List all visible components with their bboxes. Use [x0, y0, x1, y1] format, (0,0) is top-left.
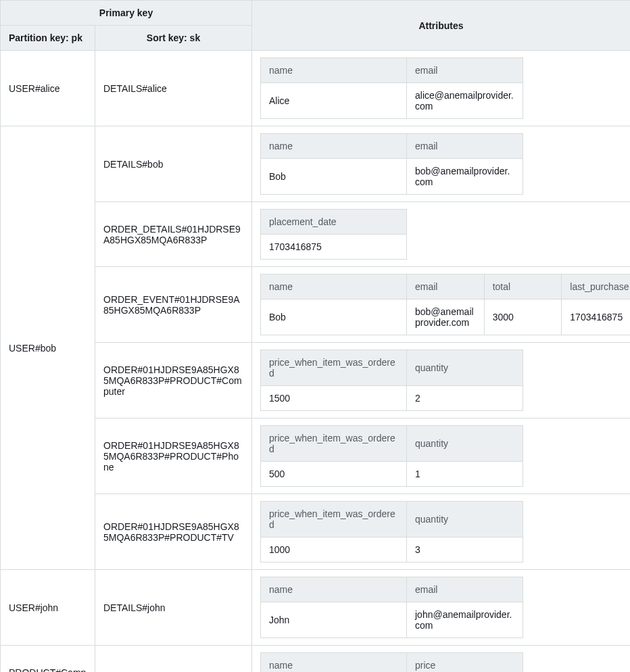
attr-value: 2 [407, 386, 523, 411]
table-body: USER#aliceDETAILS#alicenameemailAliceali… [1, 51, 631, 673]
attr-blank [523, 653, 631, 673]
sort-key-cell: DETAILS#alice [95, 51, 252, 126]
table-row: ORDER#01HJDRSE9A85HGX85MQA6R833P#PRODUCT… [1, 418, 631, 494]
partition-key-cell: PRODUCT#Computer [1, 646, 95, 673]
table-row: ORDER#01HJDRSE9A85HGX85MQA6R833P#PRODUCT… [1, 494, 631, 570]
table-row: USER#aliceDETAILS#alicenameemailAliceali… [1, 51, 631, 126]
attributes-cell: nameemailBobbob@anemailprovider.com [252, 126, 631, 202]
attr-blank [523, 502, 631, 537]
attr-value: 1000 [261, 537, 407, 562]
attr-value: Bob [261, 299, 407, 335]
attr-value: Bob [261, 159, 407, 195]
attr-label: price_when_item_was_ordered [261, 502, 407, 537]
attr-blank [523, 577, 631, 602]
attr-blank [523, 83, 631, 119]
table-row: ORDER_DETAILS#01HJDRSE9A85HGX85MQA6R833P… [1, 202, 631, 267]
attr-label: name [261, 653, 407, 673]
attr-value: bob@anemailprovider.com [407, 299, 485, 335]
attr-blank [523, 134, 631, 159]
attr-label: placement_date [261, 210, 407, 235]
sort-key-cell: ORDER_DETAILS#01HJDRSE9A85HGX85MQA6R833P [95, 202, 252, 267]
primary-key-header: Primary key [1, 1, 252, 26]
attributes-cell: placement_date1703416875 [252, 202, 631, 267]
attr-blank [523, 602, 631, 638]
partition-key-cell: USER#john [1, 570, 95, 646]
attr-label: price [407, 653, 523, 673]
attr-blank [523, 210, 631, 235]
attr-value: John [261, 602, 407, 638]
attr-value: 1 [407, 462, 523, 487]
attr-label: name [261, 274, 407, 299]
attr-blank [523, 235, 631, 260]
sort-key-cell: DETAILS#john [95, 570, 252, 646]
attr-value: 3 [407, 537, 523, 562]
attributes-cell: nameemailtotallast_purchaseBobbob@anemai… [252, 267, 631, 343]
attr-label: name [261, 134, 407, 159]
table-row: USER#johnDETAILS#johnnameemailJohnjohn@a… [1, 570, 631, 646]
partition-key-cell: USER#bob [1, 126, 95, 570]
attr-label: email [407, 58, 523, 83]
table-row: ORDER_EVENT#01HJDRSE9A85HGX85MQA6R833Pna… [1, 267, 631, 343]
sort-key-cell: ORDER_EVENT#01HJDRSE9A85HGX85MQA6R833P [95, 267, 252, 343]
attr-blank [523, 426, 631, 462]
attr-label: email [407, 134, 523, 159]
attr-label: name [261, 58, 407, 83]
attributes-cell: price_when_item_was_orderedquantity15002 [252, 343, 631, 418]
table-row: PRODUCT#ComputerDETAILS#Computernamepric… [1, 646, 631, 673]
attr-blank [407, 210, 523, 235]
attr-label: price_when_item_was_ordered [261, 426, 407, 462]
attr-blank [523, 159, 631, 195]
attr-value: bob@anemailprovider.com [407, 159, 523, 195]
attr-label: last_purchase [562, 274, 630, 299]
attr-blank [523, 350, 631, 386]
attributes-header: Attributes [252, 1, 631, 51]
attr-blank [523, 462, 631, 487]
table-row: ORDER#01HJDRSE9A85HGX85MQA6R833P#PRODUCT… [1, 343, 631, 418]
attr-label: total [484, 274, 562, 299]
sort-key-cell: ORDER#01HJDRSE9A85HGX85MQA6R833P#PRODUCT… [95, 418, 252, 494]
table-header: Primary key Attributes Partition key: pk… [1, 1, 631, 51]
attr-blank [523, 58, 631, 83]
attr-label: email [407, 577, 523, 602]
attr-value: 1703416875 [562, 299, 630, 335]
attr-value: john@anemailprovider.com [407, 602, 523, 638]
sort-key-cell: ORDER#01HJDRSE9A85HGX85MQA6R833P#PRODUCT… [95, 343, 252, 418]
attr-label: quantity [407, 426, 523, 462]
attr-value: 1500 [261, 386, 407, 411]
attr-value: 1703416875 [261, 235, 407, 260]
attr-value: 3000 [484, 299, 562, 335]
attr-label: quantity [407, 350, 523, 386]
partition-key-cell: USER#alice [1, 51, 95, 126]
attr-label: name [261, 577, 407, 602]
dynamodb-table: Primary key Attributes Partition key: pk… [0, 0, 630, 672]
sort-key-header: Sort key: sk [95, 26, 252, 51]
attr-value: alice@anemailprovider.com [407, 83, 523, 119]
attr-label: email [407, 274, 485, 299]
attr-label: quantity [407, 502, 523, 537]
attributes-cell: nameemailAlicealice@anemailprovider.com [252, 51, 631, 126]
attr-value: Alice [261, 83, 407, 119]
sort-key-cell: DETAILS#bob [95, 126, 252, 202]
attr-blank [407, 235, 523, 260]
partition-key-header: Partition key: pk [1, 26, 95, 51]
attributes-cell: price_when_item_was_orderedquantity10003 [252, 494, 631, 570]
attr-blank [523, 537, 631, 562]
attributes-cell: nameemailJohnjohn@anemailprovider.com [252, 570, 631, 646]
sort-key-cell: ORDER#01HJDRSE9A85HGX85MQA6R833P#PRODUCT… [95, 494, 252, 570]
table-row: USER#bobDETAILS#bobnameemailBobbob@anema… [1, 126, 631, 202]
attr-value: 500 [261, 462, 407, 487]
attr-blank [523, 386, 631, 411]
attributes-cell: price_when_item_was_orderedquantity5001 [252, 418, 631, 494]
sort-key-cell: DETAILS#Computer [95, 646, 252, 673]
attributes-cell: namepriceComputer1500 [252, 646, 631, 673]
attr-label: price_when_item_was_ordered [261, 350, 407, 386]
